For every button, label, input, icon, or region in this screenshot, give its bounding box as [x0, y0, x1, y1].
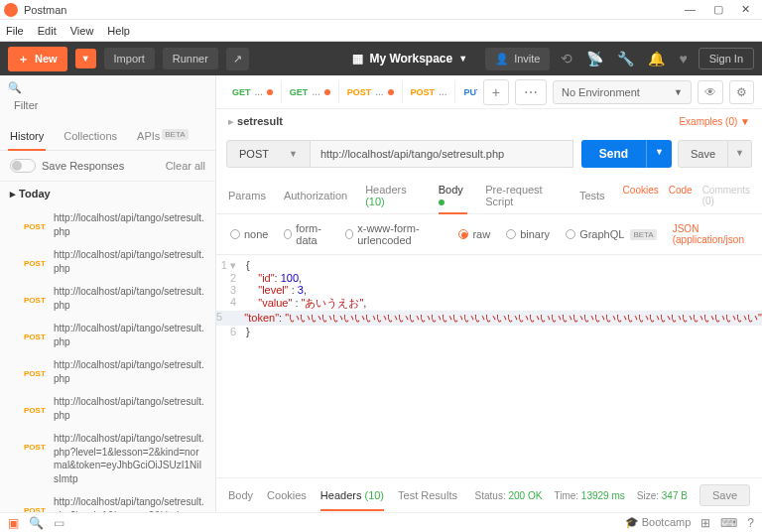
send-button[interactable]: Send: [581, 140, 646, 168]
tab-collections[interactable]: Collections: [54, 122, 127, 150]
runner-button[interactable]: Runner: [163, 48, 218, 69]
main-toolbar: ＋New ▼ Import Runner ↗ ▦My Workspace▼ 👤I…: [0, 42, 762, 75]
resp-tests[interactable]: Test Results: [398, 485, 457, 505]
body-formdata[interactable]: form-data: [284, 222, 329, 246]
body-binary[interactable]: binary: [506, 228, 550, 240]
grid-icon: ▦: [352, 52, 363, 66]
search-icon: 🔍: [8, 81, 22, 93]
wrench-icon[interactable]: 🔧: [614, 51, 637, 66]
save-request-button[interactable]: Save: [678, 140, 728, 168]
save-dropdown[interactable]: ▼: [728, 140, 752, 168]
menu-edit[interactable]: Edit: [38, 25, 57, 37]
sidebar: 🔍 History Collections APIsBETA Save Resp…: [0, 75, 216, 512]
settings-icon[interactable]: ⚙: [729, 80, 754, 104]
examples-link[interactable]: Examples (0) ▼: [679, 116, 750, 127]
history-item[interactable]: http://localhost/api/tango/setresult.php…: [0, 280, 215, 317]
breadcrumb-arrow-icon: ▸: [228, 115, 234, 127]
tab-history[interactable]: History: [0, 122, 54, 150]
body-urlencoded[interactable]: x-www-form-urlencoded: [345, 222, 443, 246]
sidebar-tabs: History Collections APIsBETA: [0, 122, 215, 151]
import-button[interactable]: Import: [104, 48, 155, 69]
history-item[interactable]: http://localhost/api/tango/setresult.php…: [0, 427, 215, 490]
body-raw[interactable]: raw: [458, 228, 490, 240]
save-responses-label: Save Responses: [42, 160, 124, 172]
resp-body[interactable]: Body: [228, 485, 253, 505]
opt-prerequest[interactable]: Pre-request Script: [485, 178, 562, 213]
resp-headers[interactable]: Headers (10): [320, 485, 384, 505]
request-name: setresult: [237, 115, 283, 127]
history-item[interactable]: http://localhost/api/tango/setresult.php…: [0, 243, 215, 280]
opt-authorization[interactable]: Authorization: [284, 184, 347, 207]
menubar: File Edit View Help: [0, 20, 762, 42]
opt-params[interactable]: Params: [228, 184, 266, 207]
history-item[interactable]: http://localhost/api/tango/setresult.php…: [0, 353, 215, 390]
invite-button[interactable]: 👤Invite: [485, 48, 550, 70]
content-area: GET...GET...POST...POST...PUT... + ⋯ No …: [216, 75, 762, 512]
window-title: Postman: [24, 4, 685, 16]
code-link[interactable]: Code: [669, 185, 693, 206]
find-icon[interactable]: 🔍: [29, 516, 44, 530]
statusbar: ▣ 🔍 ▭ 🎓 Bootcamp ⊞ ⌨ ?: [0, 512, 762, 532]
send-dropdown[interactable]: ▼: [646, 140, 672, 168]
satellite-icon[interactable]: 📡: [583, 51, 606, 66]
clear-all-button[interactable]: Clear all: [166, 160, 205, 172]
tab-apis[interactable]: APIsBETA: [127, 122, 198, 150]
menu-help[interactable]: Help: [107, 25, 130, 37]
new-tab-button[interactable]: +: [483, 79, 509, 105]
minimize-button[interactable]: —: [685, 3, 696, 16]
body-editor[interactable]: 1 ▾{2 "id": 100,3 "level" : 3,4 "value" …: [216, 255, 762, 477]
url-input[interactable]: [311, 140, 573, 168]
size-value: 347 B: [662, 490, 688, 501]
menu-view[interactable]: View: [70, 25, 94, 37]
request-tab[interactable]: POST...: [339, 80, 403, 103]
new-button[interactable]: ＋New: [8, 47, 67, 71]
history-item[interactable]: http://localhost/api/tango/setresult.php…: [0, 390, 215, 427]
status-value: 200 OK: [509, 490, 543, 501]
bell-icon[interactable]: 🔔: [645, 51, 668, 66]
new-dropdown[interactable]: ▼: [75, 49, 96, 68]
content-type-selector[interactable]: JSON (application/json: [673, 223, 748, 245]
tab-options-button[interactable]: ⋯: [515, 79, 547, 105]
history-item[interactable]: http://localhost/api/tango/setresult.php…: [0, 317, 215, 353]
body-none[interactable]: none: [230, 228, 268, 240]
menu-file[interactable]: File: [6, 25, 24, 37]
opt-body[interactable]: Body: [439, 178, 468, 213]
workspace-selector[interactable]: ▦My Workspace▼: [342, 52, 477, 66]
env-quicklook-icon[interactable]: 👁: [698, 80, 723, 104]
titlebar: Postman — ▢ ✕: [0, 0, 762, 20]
request-tab[interactable]: POST...: [403, 80, 456, 103]
opt-headers[interactable]: Headers (10): [365, 178, 421, 213]
request-tab[interactable]: PUT...: [455, 80, 476, 103]
history-item[interactable]: http://localhost/api/tango/setresult.php…: [0, 206, 215, 243]
comments-link[interactable]: Comments (0): [702, 185, 750, 206]
method-selector[interactable]: POST▼: [226, 140, 311, 168]
dirty-dot-icon: [439, 200, 444, 205]
maximize-button[interactable]: ▢: [713, 3, 723, 16]
sync-icon[interactable]: ⟲: [558, 51, 575, 66]
save-responses-toggle[interactable]: [10, 159, 36, 173]
close-button[interactable]: ✕: [741, 3, 750, 16]
environment-selector[interactable]: No Environment▼: [553, 80, 692, 104]
heart-icon[interactable]: ♥: [676, 51, 690, 66]
resp-cookies[interactable]: Cookies: [267, 485, 307, 505]
body-graphql[interactable]: GraphQLBETA: [566, 228, 657, 240]
filter-input[interactable]: [8, 94, 207, 116]
request-tab[interactable]: GET...: [224, 80, 282, 103]
cookies-link[interactable]: Cookies: [623, 185, 659, 206]
history-item[interactable]: http://localhost/api/tango/setresult.php…: [0, 490, 215, 512]
sidebar-toggle-icon[interactable]: ▣: [8, 516, 19, 530]
console-icon[interactable]: ▭: [54, 516, 64, 530]
signin-button[interactable]: Sign In: [698, 48, 754, 69]
save-response-button[interactable]: Save: [699, 484, 750, 506]
request-tab[interactable]: GET...: [282, 80, 339, 103]
layout-icon[interactable]: ⊞: [700, 516, 710, 530]
help-icon[interactable]: ?: [747, 516, 754, 530]
opt-tests[interactable]: Tests: [579, 184, 605, 207]
person-icon: 👤: [495, 53, 509, 66]
app-icon: [4, 3, 18, 17]
bootcamp-button[interactable]: 🎓 Bootcamp: [625, 516, 692, 529]
history-group-today[interactable]: ▸ Today: [0, 182, 215, 206]
open-new-icon[interactable]: ↗: [226, 48, 249, 70]
chevron-down-icon: ▼: [289, 149, 298, 159]
shortcuts-icon[interactable]: ⌨: [720, 516, 737, 530]
